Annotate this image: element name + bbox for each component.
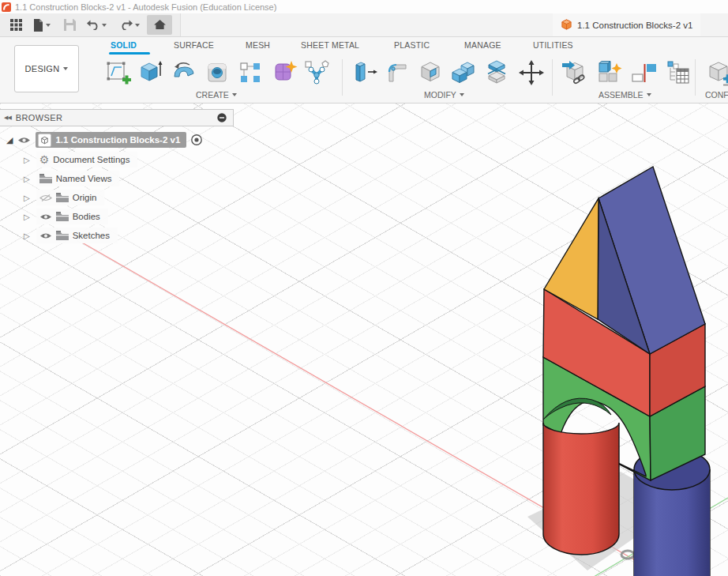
fillet-button[interactable] <box>382 58 412 88</box>
shell-button[interactable] <box>415 58 445 88</box>
joint-icon <box>629 58 658 87</box>
collapsed-triangle-icon[interactable]: ▷ <box>24 194 30 202</box>
create-sketch-button[interactable] <box>103 58 133 88</box>
visibility-off-eye-icon[interactable] <box>39 194 52 202</box>
save-icon <box>64 19 76 31</box>
gear-icon: ⚙ <box>39 154 50 165</box>
extrude-button[interactable] <box>136 58 166 88</box>
new-component-button[interactable] <box>594 58 624 88</box>
configuration-button[interactable] <box>705 58 728 88</box>
visibility-eye-icon[interactable] <box>17 136 31 145</box>
file-icon <box>33 19 43 32</box>
insert-derive-button[interactable] <box>559 58 589 88</box>
insert-derive-icon <box>560 58 588 87</box>
item-label: Document Settings <box>53 155 129 164</box>
undo-button[interactable] <box>84 15 109 35</box>
configure-group-text: CONF <box>705 90 728 100</box>
create-group-label[interactable]: CREATE <box>196 90 237 100</box>
home-button[interactable] <box>147 15 172 35</box>
redo-caret-icon <box>135 24 140 27</box>
tab-surface[interactable]: SURFACE <box>174 40 214 50</box>
item-chip[interactable]: Origin <box>36 190 105 205</box>
rectangular-pattern-icon <box>236 58 265 87</box>
combine-icon <box>449 58 478 87</box>
browser-item-sketches[interactable]: ▷ Sketches <box>24 227 118 244</box>
collapse-panel-icon[interactable]: ◀◀ <box>4 115 11 121</box>
redo-icon <box>120 20 133 30</box>
item-label: Sketches <box>73 231 110 240</box>
expand-triangle-icon[interactable]: ◢ <box>6 135 13 145</box>
tab-solid[interactable]: SOLID <box>111 40 137 50</box>
create-group-text: CREATE <box>196 90 229 100</box>
rectangular-pattern-button[interactable] <box>235 58 265 88</box>
browser-title: BROWSER <box>16 113 216 122</box>
tab-manage[interactable]: MANAGE <box>464 40 501 50</box>
browser-item-bodies[interactable]: ▷ Bodies <box>24 208 108 225</box>
hole-icon <box>203 58 231 87</box>
new-component-icon <box>595 58 623 87</box>
fusion-app-icon <box>2 2 11 12</box>
document-tab-label: 1.1 Construction Blocks-2 v1 <box>577 21 692 30</box>
workspace-selector[interactable]: DESIGN <box>14 45 79 92</box>
group-separator <box>342 59 343 96</box>
app-grid-button[interactable] <box>6 15 25 35</box>
visibility-eye-icon[interactable] <box>39 213 52 221</box>
revolve-button[interactable] <box>169 58 199 88</box>
root-component-pill[interactable]: 1.1 Construction Blocks-2 v1 <box>36 132 186 148</box>
configure-group-label[interactable]: CONF <box>705 90 728 100</box>
hole-button[interactable] <box>202 58 232 88</box>
home-icon <box>154 20 166 30</box>
item-chip[interactable]: Bodies <box>36 209 108 224</box>
title-bar: 1.1 Construction Blocks-2 v1 - Autodesk … <box>0 0 728 13</box>
collapsed-triangle-icon[interactable]: ▷ <box>24 213 30 221</box>
combine-button[interactable] <box>448 58 478 88</box>
create-sketch-icon <box>103 58 132 87</box>
assemble-group-label[interactable]: ASSEMBLE <box>599 90 651 100</box>
item-chip[interactable]: Sketches <box>36 228 118 243</box>
activate-component-icon[interactable] <box>190 134 203 146</box>
tab-utilities[interactable]: UTILITIES <box>533 40 573 50</box>
bom-table-icon <box>664 58 692 87</box>
press-pull-icon <box>350 58 378 87</box>
item-label: Bodies <box>73 212 100 221</box>
split-body-button[interactable] <box>482 58 512 88</box>
browser-root-row[interactable]: ◢ 1.1 Construction Blocks-2 v1 <box>6 131 203 149</box>
browser-header[interactable]: ◀◀ BROWSER <box>0 109 234 126</box>
ribbon: SOLID SURFACE MESH SHEET METAL PLASTIC M… <box>0 37 728 104</box>
modify-group-label[interactable]: MODIFY <box>424 90 464 100</box>
tab-sheet-metal[interactable]: SHEET METAL <box>301 40 359 50</box>
generative-design-icon <box>302 58 331 87</box>
modify-caret-icon <box>460 93 464 96</box>
joint-button[interactable] <box>629 58 659 88</box>
shell-icon <box>416 58 445 87</box>
workspace-caret-icon <box>63 67 68 70</box>
item-label: Named Views <box>56 174 112 183</box>
document-tab[interactable]: 1.1 Construction Blocks-2 v1 <box>553 13 700 36</box>
press-pull-button[interactable] <box>349 58 379 88</box>
collapsed-triangle-icon[interactable]: ▷ <box>24 156 30 164</box>
red-cylinder-body[interactable] <box>543 423 619 555</box>
quick-toolbar: 1.1 Construction Blocks-2 v1 <box>0 13 728 37</box>
browser-item-document-settings[interactable]: ▷ ⚙ Document Settings <box>24 151 137 168</box>
bom-table-button[interactable] <box>663 58 693 88</box>
item-chip[interactable]: Named Views <box>36 171 120 186</box>
minimize-panel-icon[interactable] <box>216 112 227 123</box>
configuration-icon <box>705 58 728 88</box>
tab-mesh[interactable]: MESH <box>246 40 270 50</box>
assemble-caret-icon <box>647 93 651 96</box>
generative-design-button[interactable] <box>302 58 332 88</box>
file-menu-button[interactable] <box>30 15 54 35</box>
group-separator <box>552 59 553 96</box>
tab-plastic[interactable]: PLASTIC <box>394 40 430 50</box>
item-chip[interactable]: ⚙ Document Settings <box>36 152 138 168</box>
move-copy-button[interactable] <box>516 58 546 88</box>
browser-item-origin[interactable]: ▷ Origin <box>24 189 104 206</box>
redo-button[interactable] <box>117 15 142 35</box>
collapsed-triangle-icon[interactable]: ▷ <box>24 175 30 183</box>
root-component-label: 1.1 Construction Blocks-2 v1 <box>55 135 180 145</box>
collapsed-triangle-icon[interactable]: ▷ <box>24 232 30 240</box>
browser-item-named-views[interactable]: ▷ Named Views <box>24 170 119 187</box>
visibility-eye-icon[interactable] <box>39 232 52 240</box>
save-button[interactable] <box>60 15 79 35</box>
create-form-button[interactable] <box>268 58 298 88</box>
